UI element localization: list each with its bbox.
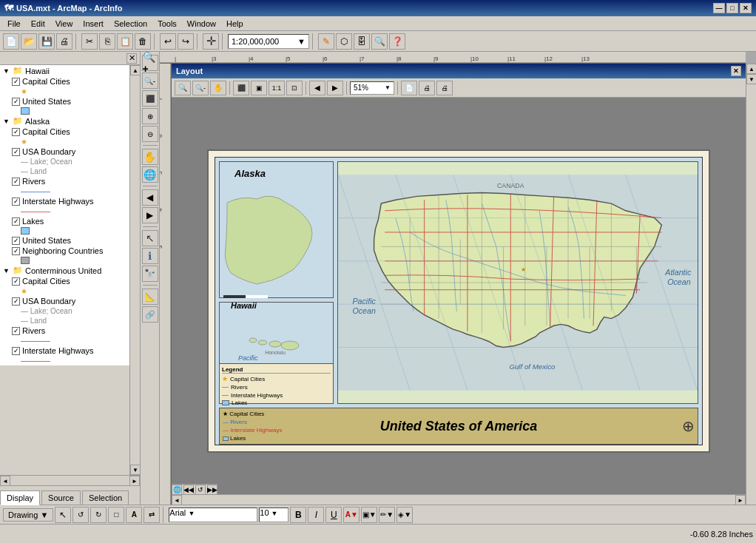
print-button[interactable]: 🖨 bbox=[56, 33, 72, 50]
zoom-in-button[interactable]: 🔍+ bbox=[142, 55, 158, 71]
draw-font-button[interactable]: A bbox=[126, 507, 142, 523]
map-scroll-down[interactable]: ▼ bbox=[746, 74, 756, 84]
checkbox-alaska-rivers[interactable] bbox=[12, 178, 20, 186]
map-scroll-left[interactable]: ◄ bbox=[172, 495, 182, 505]
search-button[interactable]: 🔍 bbox=[371, 33, 388, 50]
menu-help[interactable]: Help bbox=[222, 18, 248, 30]
underline-button[interactable]: U bbox=[325, 507, 342, 523]
layout-prev[interactable]: ◀ bbox=[309, 81, 325, 95]
delete-button[interactable]: 🗑 bbox=[135, 33, 151, 50]
select-button[interactable]: ↖ bbox=[142, 230, 158, 246]
checkbox-alaska-usaboundary[interactable] bbox=[12, 148, 20, 156]
save-button[interactable]: 💾 bbox=[38, 33, 55, 50]
layout-next[interactable]: ▶ bbox=[327, 81, 343, 95]
redo-button[interactable]: ↪ bbox=[178, 33, 194, 50]
checkbox-conus-capital[interactable] bbox=[12, 277, 20, 286]
checkbox-alaska-capital[interactable] bbox=[12, 128, 20, 136]
help-button[interactable]: ❓ bbox=[389, 33, 405, 50]
checkbox-alaska-us[interactable] bbox=[12, 237, 20, 245]
draw-shape-button[interactable]: □ bbox=[108, 507, 124, 523]
checkbox-conus-usaboundary[interactable] bbox=[12, 297, 20, 306]
layout-zoom-out[interactable]: 🔍- bbox=[192, 81, 209, 95]
maximize-button[interactable]: □ bbox=[726, 3, 738, 13]
expand-alaska[interactable]: ▼ bbox=[3, 118, 10, 125]
draw-forward-button[interactable]: ↻ bbox=[90, 507, 107, 523]
undo-button[interactable]: ↩ bbox=[160, 33, 176, 50]
drawing-dropdown[interactable]: Drawing ▼ bbox=[3, 508, 53, 522]
expand-conus[interactable]: ▼ bbox=[3, 267, 10, 274]
tab-source[interactable]: Source bbox=[41, 490, 81, 505]
globe-button[interactable]: 🌐 bbox=[142, 166, 158, 183]
checkbox-conus-highways[interactable] bbox=[12, 347, 20, 355]
checkbox-hawaii-capital[interactable] bbox=[12, 78, 20, 86]
scroll-down-button[interactable]: ▼ bbox=[130, 465, 140, 475]
menu-selection[interactable]: Selection bbox=[109, 18, 152, 30]
find-button[interactable]: 🔭 bbox=[142, 266, 158, 282]
menu-window[interactable]: Window bbox=[183, 18, 220, 30]
font-size-select[interactable]: 10 ▼ bbox=[259, 507, 288, 522]
scroll-left-button[interactable]: ◄ bbox=[0, 476, 10, 486]
prev-extent-button[interactable]: ◀ bbox=[142, 189, 158, 206]
fixed-zoom-out-button[interactable]: ⊖ bbox=[142, 126, 158, 142]
toc-horizontal-scrollbar[interactable]: ◄ ► bbox=[0, 475, 140, 485]
hyperlink-button[interactable]: 🔗 bbox=[142, 306, 158, 323]
map-scroll-up[interactable]: ▲ bbox=[746, 64, 756, 74]
layout-full-page[interactable]: ⬛ bbox=[233, 81, 249, 95]
checkbox-alaska-neighbors[interactable] bbox=[12, 247, 20, 255]
menu-view[interactable]: View bbox=[51, 18, 78, 30]
cut-button[interactable]: ✂ bbox=[81, 33, 98, 50]
layout-zoom-sel[interactable]: ⊡ bbox=[286, 81, 303, 95]
tab-selection[interactable]: Selection bbox=[82, 490, 129, 505]
layout-zoom-in[interactable]: 🔍 bbox=[175, 81, 191, 95]
open-button[interactable]: 📂 bbox=[21, 33, 37, 50]
checkbox-conus-rivers[interactable] bbox=[12, 327, 20, 335]
minimize-button[interactable]: — bbox=[713, 3, 725, 13]
layout-print[interactable]: 🖨 bbox=[436, 81, 453, 95]
scale-dropdown[interactable]: 1:20,000,000 ▼ bbox=[228, 34, 309, 49]
zoom-out-button[interactable]: 🔍- bbox=[142, 72, 158, 89]
measure-button[interactable]: 📐 bbox=[142, 289, 158, 305]
layout-zoom-select[interactable]: 51% ▼ bbox=[350, 81, 394, 95]
close-button[interactable]: ✕ bbox=[740, 3, 752, 13]
menu-edit[interactable]: Edit bbox=[27, 18, 50, 30]
select-arrow-button[interactable]: ↖ bbox=[55, 507, 71, 523]
draw-flip-button[interactable]: ⇄ bbox=[144, 507, 160, 523]
editor-button[interactable]: ✎ bbox=[318, 33, 334, 50]
map-vertical-scrollbar[interactable]: ▲ ▼ bbox=[746, 64, 756, 505]
font-color-button[interactable]: A▼ bbox=[343, 507, 360, 523]
layout-page-setup[interactable]: 📄 bbox=[401, 81, 417, 95]
layout-pan[interactable]: ✋ bbox=[210, 81, 226, 95]
layout-zoom100[interactable]: 1:1 bbox=[269, 81, 285, 95]
add-data-button[interactable]: ✛ bbox=[203, 33, 219, 50]
page-prev-button[interactable]: ◀◀ bbox=[183, 485, 194, 495]
checkbox-hawaii-us[interactable] bbox=[12, 98, 20, 106]
menu-file[interactable]: File bbox=[3, 18, 25, 30]
shadow-button[interactable]: ◈▼ bbox=[396, 507, 413, 523]
layout-close-button[interactable]: ✕ bbox=[731, 66, 741, 76]
toc-vertical-scrollbar[interactable]: ▲ ▼ bbox=[129, 65, 140, 475]
draw-back-button[interactable]: ↺ bbox=[72, 507, 89, 523]
globe-nav-button[interactable]: 🌐 bbox=[172, 485, 182, 495]
geoprocess-button[interactable]: ⬡ bbox=[336, 33, 352, 50]
checkbox-alaska-lakes[interactable] bbox=[12, 217, 20, 226]
font-select[interactable]: Arial ▼ bbox=[169, 507, 257, 522]
scroll-right-button[interactable]: ► bbox=[129, 476, 140, 486]
italic-button[interactable]: I bbox=[308, 507, 324, 523]
menu-insert[interactable]: Insert bbox=[78, 18, 108, 30]
layout-fit-page[interactable]: ▣ bbox=[251, 81, 267, 95]
layout-print-setup[interactable]: 🖨 bbox=[419, 81, 435, 95]
page-next-button[interactable]: ▶▶ bbox=[207, 485, 217, 495]
info-button[interactable]: ℹ bbox=[142, 248, 158, 264]
new-button[interactable]: 📄 bbox=[3, 33, 19, 50]
paste-button[interactable]: 📋 bbox=[117, 33, 133, 50]
fixed-zoom-in-button[interactable]: ⊕ bbox=[142, 108, 158, 124]
bold-button[interactable]: B bbox=[290, 507, 306, 523]
scroll-up-button[interactable]: ▲ bbox=[130, 65, 140, 75]
fill-color-button[interactable]: ▣▼ bbox=[361, 507, 377, 523]
map-scroll-right[interactable]: ► bbox=[735, 495, 746, 505]
checkbox-alaska-highways[interactable] bbox=[12, 198, 20, 206]
copy-button[interactable]: ⎘ bbox=[99, 33, 115, 50]
tab-display[interactable]: Display bbox=[0, 490, 40, 505]
catalog-button[interactable]: 🗄 bbox=[354, 33, 370, 50]
pan-button[interactable]: ✋ bbox=[142, 149, 158, 165]
